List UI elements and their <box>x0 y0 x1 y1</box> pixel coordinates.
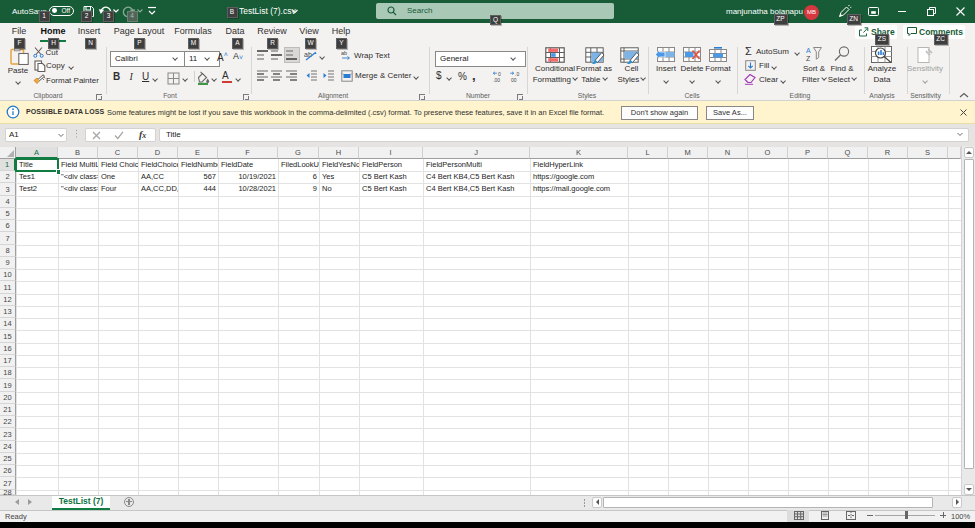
svg-text:.00: .00 <box>493 77 500 83</box>
svg-text:ab: ab <box>341 50 347 56</box>
svg-text:Z: Z <box>806 55 811 62</box>
svg-text:00: 00 <box>511 77 517 83</box>
svg-text:A: A <box>806 47 811 54</box>
